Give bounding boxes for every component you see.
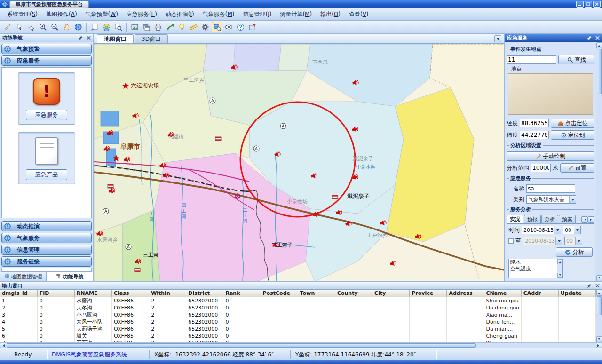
table-row[interactable]: 20大冬沟OXFF8626523020000Da dong gou <box>0 304 596 311</box>
help-tool-button[interactable] <box>235 22 246 32</box>
output-horizontal-scrollbar[interactable] <box>0 342 602 348</box>
layers-tool-button[interactable] <box>101 22 112 32</box>
scrollbar-thumb[interactable] <box>597 296 602 315</box>
column-header-CAddr[interactable]: CAddr <box>521 290 558 297</box>
menu-item-2-A[interactable]: 地图操作(A) <box>42 8 81 20</box>
locate-to-button[interactable]: 定位到 <box>551 130 594 140</box>
click-locate-button[interactable]: 点击定位 <box>551 119 594 128</box>
station-flag-marker[interactable] <box>108 184 113 188</box>
zoomin-tool-button[interactable] <box>38 22 48 32</box>
column-header-Town[interactable]: Town <box>298 290 335 297</box>
close-button[interactable] <box>593 1 601 8</box>
scroll-up-icon[interactable] <box>596 290 602 296</box>
find-button[interactable]: 查找 <box>558 55 594 64</box>
pagearrow-tool-button[interactable] <box>89 22 100 32</box>
service-name-input[interactable] <box>526 184 575 193</box>
scrollbar-thumb[interactable] <box>7 343 476 348</box>
nav-group-bottom-4[interactable]: 服务链接 <box>1 256 92 267</box>
column-header-PostCode[interactable]: PostCode <box>261 290 298 297</box>
column-header-Class[interactable]: Class <box>111 290 149 297</box>
manual-draw-button[interactable]: 手动绘制 <box>507 151 594 161</box>
ruler-tool-button[interactable] <box>188 22 199 32</box>
scenic-spot-marker[interactable] <box>103 208 109 214</box>
column-header-Within[interactable]: Within <box>149 290 186 297</box>
latitude-input[interactable] <box>520 131 549 139</box>
column-header-Provice[interactable]: Provice <box>410 290 447 297</box>
menu-item-5-I[interactable]: 动态推演(I) <box>161 8 198 20</box>
print-tool-button[interactable] <box>153 22 164 32</box>
nav-tab-1[interactable]: 地图数据管理 <box>0 272 47 281</box>
column-header-District[interactable]: District <box>186 290 223 297</box>
menu-item-7-I[interactable]: 信息管理(I) <box>238 8 276 20</box>
set-range-button[interactable]: 设置 <box>560 163 594 173</box>
hour-to-select[interactable]: 00 <box>564 237 582 245</box>
column-header-Address[interactable]: Address <box>447 290 484 297</box>
pan-tool-button[interactable] <box>61 22 72 32</box>
eye-tool-button[interactable] <box>223 22 234 32</box>
emergency-panel-scrollbar[interactable] <box>596 42 602 281</box>
element-list-scrollbar[interactable] <box>557 259 562 278</box>
bulb-tool-button[interactable] <box>176 22 187 32</box>
menu-item-6-M[interactable]: 气象服务(M) <box>198 8 239 20</box>
to-checkbox[interactable] <box>508 238 514 244</box>
map-tab-2[interactable]: 3D窗口 <box>135 34 168 43</box>
scroll-up-icon[interactable] <box>557 259 562 264</box>
scroll-up-icon[interactable] <box>596 42 602 48</box>
scroll-left-icon[interactable] <box>0 343 6 348</box>
element-list[interactable]: 降水空气温度 <box>508 259 563 278</box>
maximize-button[interactable] <box>585 1 592 8</box>
scenic-spot-marker[interactable] <box>210 98 215 103</box>
analysis-tab-3[interactable]: 分析 <box>541 215 558 223</box>
table-row[interactable]: 40东风一小队OXFF8626523020000Dong fen... <box>0 318 596 325</box>
scenic-spot-marker[interactable] <box>126 244 131 250</box>
scenic-spot-marker[interactable] <box>253 146 259 151</box>
shortcut-2[interactable]: 应急产品 <box>18 132 75 184</box>
station-flag-marker[interactable] <box>215 137 221 141</box>
date-select[interactable]: 2010-08-13 <box>522 226 561 234</box>
chevron-down-icon[interactable] <box>554 226 561 234</box>
nav-tab-2[interactable]: 功能导航 <box>47 272 93 281</box>
service-type-select[interactable]: 气象和洪水灾害 <box>526 195 576 204</box>
column-header-Update[interactable]: Update <box>558 290 595 297</box>
minimize-button[interactable] <box>576 1 584 8</box>
menu-item-4-E[interactable]: 应急服务(E) <box>122 8 161 20</box>
chevron-down-icon[interactable] <box>574 226 580 234</box>
table-row[interactable]: 10水磨沟OXFF8626523020000Shui mo gou <box>0 297 596 304</box>
nav-group-bottom-3[interactable]: 信息管理 <box>1 245 92 255</box>
column-header-dmgis_id[interactable]: dmgis_id <box>0 290 37 297</box>
menu-item-3-W[interactable]: 气象预警(W) <box>81 8 122 20</box>
select-tool-button[interactable] <box>14 22 25 32</box>
range-input[interactable] <box>531 164 551 172</box>
scroll-right-icon[interactable] <box>596 343 602 348</box>
element-item-1[interactable]: 降水 <box>509 259 557 266</box>
analysis-tab-1[interactable]: 实况 <box>507 215 523 223</box>
menu-item-8-M[interactable]: 测量计算(M) <box>276 8 316 20</box>
column-header-RNAME[interactable]: RNAME <box>74 290 111 297</box>
windows-tool-button[interactable] <box>141 22 152 32</box>
place-listbox[interactable] <box>508 73 593 115</box>
pencil-tool-button[interactable] <box>2 22 13 32</box>
selectbox-tool-button[interactable] <box>26 22 37 32</box>
pin-icon[interactable] <box>586 35 592 41</box>
export-tool-button[interactable] <box>247 22 258 32</box>
zoompage-tool-button[interactable] <box>113 22 124 32</box>
analysis-tab-4[interactable]: 预案 <box>559 215 576 223</box>
scrollbar-thumb[interactable] <box>597 49 602 94</box>
table-row[interactable]: 50大面场子沟OXFF8626523020000Da mian... <box>0 325 596 332</box>
chevron-down-icon[interactable] <box>575 237 582 245</box>
hour-select[interactable]: 00 <box>563 226 581 234</box>
scroll-down-icon[interactable] <box>596 275 602 281</box>
nav-group-top-1[interactable]: 气象预警 <box>1 44 92 54</box>
pin-icon[interactable] <box>586 283 592 289</box>
longitude-input[interactable] <box>520 119 549 127</box>
close-icon[interactable] <box>86 35 91 41</box>
image-tool-button[interactable] <box>129 22 140 32</box>
map-canvas[interactable]: 六运湖农场三工河乡下西泉阜康市九运街滋泥泉子中新水库滋泥泉子小泉牧场上户沟乡三工… <box>94 44 504 281</box>
tab-scroll-right-button[interactable] <box>588 216 594 223</box>
column-header-City[interactable]: City <box>372 290 410 297</box>
tab-scroll-left-button[interactable] <box>581 216 588 223</box>
station-flag-marker[interactable] <box>332 195 338 199</box>
date-to-select[interactable]: 2010-08-13 <box>523 237 562 245</box>
greenarrow-tool-button[interactable] <box>165 22 175 32</box>
nav-group-top-2[interactable]: 应急服务 <box>1 55 92 66</box>
